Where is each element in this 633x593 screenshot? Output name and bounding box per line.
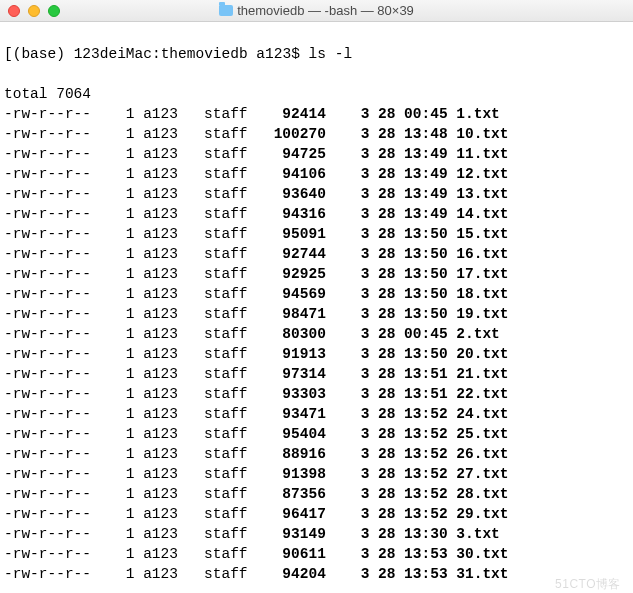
col-permissions: -rw-r--r--: [4, 224, 100, 244]
table-row: -rw-r--r--1a123staff9431632813:4914.txt: [4, 204, 629, 224]
col-time: 13:50: [404, 344, 448, 364]
col-filename: 18.txt: [456, 284, 508, 304]
col-month: 3: [343, 204, 369, 224]
col-time: 00:45: [404, 104, 448, 124]
col-size: 92414: [265, 104, 326, 124]
col-filename: 17.txt: [456, 264, 508, 284]
col-permissions: -rw-r--r--: [4, 244, 100, 264]
col-month: 3: [343, 484, 369, 504]
table-row: -rw-r--r--1a123staff9456932813:5018.txt: [4, 284, 629, 304]
table-row: -rw-r--r--1a123staff9191332813:5020.txt: [4, 344, 629, 364]
col-day: 28: [378, 524, 395, 544]
table-row: -rw-r--r--1a123staff9061132813:5330.txt: [4, 544, 629, 564]
window-title: themoviedb — -bash — 80×39: [0, 3, 633, 18]
col-time: 13:52: [404, 424, 448, 444]
table-row: -rw-r--r--1a123staff9364032813:4913.txt: [4, 184, 629, 204]
prompt-line: [(base) 123deiMac:themoviedb a123$ ls -l: [4, 44, 629, 64]
col-group: staff: [204, 444, 256, 464]
col-month: 3: [343, 364, 369, 384]
col-links: 1: [117, 124, 134, 144]
col-group: staff: [204, 484, 256, 504]
col-links: 1: [117, 484, 134, 504]
col-links: 1: [117, 384, 134, 404]
col-size: 93640: [265, 184, 326, 204]
col-day: 28: [378, 444, 395, 464]
col-day: 28: [378, 104, 395, 124]
col-month: 3: [343, 544, 369, 564]
table-row: -rw-r--r--1a123staff10027032813:4810.txt: [4, 124, 629, 144]
col-user: a123: [143, 264, 187, 284]
col-permissions: -rw-r--r--: [4, 264, 100, 284]
table-row: -rw-r--r--1a123staff9472532813:4911.txt: [4, 144, 629, 164]
col-time: 13:30: [404, 524, 448, 544]
col-month: 3: [343, 504, 369, 524]
table-row: -rw-r--r--1a123staff9420432813:5331.txt: [4, 564, 629, 584]
col-size: 93149: [265, 524, 326, 544]
col-filename: 19.txt: [456, 304, 508, 324]
col-month: 3: [343, 244, 369, 264]
col-user: a123: [143, 484, 187, 504]
col-group: staff: [204, 564, 256, 584]
col-user: a123: [143, 404, 187, 424]
col-size: 95404: [265, 424, 326, 444]
col-filename: 15.txt: [456, 224, 508, 244]
col-day: 28: [378, 484, 395, 504]
col-group: staff: [204, 384, 256, 404]
col-filename: 13.txt: [456, 184, 508, 204]
col-filename: 24.txt: [456, 404, 508, 424]
col-group: staff: [204, 284, 256, 304]
col-size: 94725: [265, 144, 326, 164]
col-filename: 31.txt: [456, 564, 508, 584]
col-user: a123: [143, 284, 187, 304]
col-permissions: -rw-r--r--: [4, 404, 100, 424]
col-links: 1: [117, 404, 134, 424]
col-permissions: -rw-r--r--: [4, 444, 100, 464]
col-time: 13:52: [404, 444, 448, 464]
col-permissions: -rw-r--r--: [4, 344, 100, 364]
minimize-icon[interactable]: [28, 5, 40, 17]
col-time: 13:49: [404, 164, 448, 184]
col-filename: 10.txt: [456, 124, 508, 144]
col-month: 3: [343, 144, 369, 164]
col-size: 94569: [265, 284, 326, 304]
col-user: a123: [143, 144, 187, 164]
col-month: 3: [343, 344, 369, 364]
col-user: a123: [143, 364, 187, 384]
col-size: 94106: [265, 164, 326, 184]
col-size: 80300: [265, 324, 326, 344]
col-filename: 11.txt: [456, 144, 508, 164]
col-month: 3: [343, 464, 369, 484]
col-links: 1: [117, 224, 134, 244]
col-filename: 22.txt: [456, 384, 508, 404]
col-size: 94204: [265, 564, 326, 584]
col-links: 1: [117, 244, 134, 264]
col-links: 1: [117, 164, 134, 184]
col-permissions: -rw-r--r--: [4, 364, 100, 384]
col-filename: 21.txt: [456, 364, 508, 384]
col-group: staff: [204, 404, 256, 424]
col-day: 28: [378, 124, 395, 144]
file-listing: -rw-r--r--1a123staff9241432800:451.txt-r…: [4, 104, 629, 584]
col-permissions: -rw-r--r--: [4, 144, 100, 164]
col-user: a123: [143, 504, 187, 524]
col-month: 3: [343, 284, 369, 304]
col-links: 1: [117, 144, 134, 164]
col-permissions: -rw-r--r--: [4, 104, 100, 124]
col-day: 28: [378, 564, 395, 584]
prompt-hostpath: 123deiMac:themoviedb: [74, 46, 248, 62]
table-row: -rw-r--r--1a123staff9731432813:5121.txt: [4, 364, 629, 384]
col-filename: 20.txt: [456, 344, 508, 364]
col-time: 13:50: [404, 304, 448, 324]
close-icon[interactable]: [8, 5, 20, 17]
col-filename: 2.txt: [456, 324, 500, 344]
table-row: -rw-r--r--1a123staff9139832813:5227.txt: [4, 464, 629, 484]
terminal-output[interactable]: [(base) 123deiMac:themoviedb a123$ ls -l…: [0, 22, 633, 584]
col-day: 28: [378, 284, 395, 304]
prompt-user: a123$: [256, 46, 300, 62]
col-links: 1: [117, 464, 134, 484]
col-month: 3: [343, 404, 369, 424]
col-links: 1: [117, 264, 134, 284]
col-group: staff: [204, 164, 256, 184]
maximize-icon[interactable]: [48, 5, 60, 17]
col-group: staff: [204, 464, 256, 484]
